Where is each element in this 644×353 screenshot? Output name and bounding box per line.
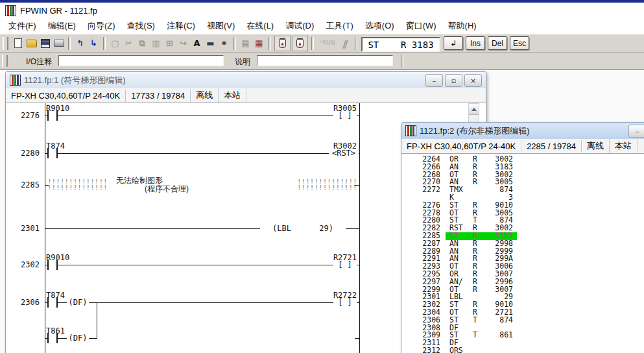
menu-item-debug[interactable]: 调试(D) [280,18,320,34]
instruction-row[interactable]: 2282RSTR3002 [409,225,644,232]
instruction-row[interactable]: 2268OTR3002 [409,171,644,179]
instruction-row[interactable]: 2291ANR299A [409,255,644,263]
station-status: 本站 [219,88,246,103]
menu-item-window[interactable]: 窗口(W) [400,18,442,34]
instruction-row[interactable]: 2276STR9010 [409,202,644,210]
ins-key-button[interactable]: Ins [466,36,485,50]
cut-button[interactable]: ✂ [122,36,136,51]
text-entry-button[interactable]: A [190,36,204,51]
menu-item-options[interactable]: 选项(O) [359,18,400,34]
insert-block-button[interactable]: ⊞ [163,36,176,51]
toolbar: ↰ ↳ ▢ ✂ ⧉ ▥ ⊞ ↪ A ▬ ⚭ ▦ ▦ [0,34,644,53]
step-run-button[interactable]: ∥ [336,36,354,51]
label-instruction[interactable]: (LBL 29) [260,224,346,233]
scroll-up-arrow-icon[interactable] [469,104,479,115]
branch-connector [97,302,97,339]
instruction-row[interactable]: 2312ORS [409,347,644,353]
instruction-row[interactable]: 2301LBL29 [409,293,644,301]
coil-device-label: R2722 [316,291,357,300]
ladder-wire [355,338,359,339]
menu-item-tools[interactable]: 工具(T) [320,18,359,34]
open-file-button[interactable] [25,36,38,51]
minimize-button[interactable]: – [425,74,443,87]
instruction-row[interactable]: 2309STT861 [409,332,644,339]
instruction-row[interactable]: 2289ANR2999 [409,248,644,256]
app-title: FPWIN GR - 1121.fp [20,6,97,16]
boolean-editor-window: 1121.fp:2 (布尔非梯形图编辑) – FP-XH C30,40,60T/… [401,122,644,353]
instruction-row[interactable]: 2280STT874 [409,217,644,225]
ladder-window-titlebar[interactable]: 1121.fp:1 (符号梯形图编辑) – ▫ × [6,72,486,88]
del-key-button[interactable]: Del [488,36,507,50]
instruction-row[interactable]: 2311DF [409,339,644,347]
instruction-row[interactable]: 2297AN/R2996 [409,278,644,286]
instruction-row[interactable]: 2308DF [409,324,644,332]
instruction-row[interactable]: 2264ORR3002 [409,156,644,164]
df-modifier[interactable]: (DF) [67,298,89,307]
instruction-row[interactable]: 2293OTR3006 [409,263,644,271]
minimize-button[interactable]: – [628,125,644,138]
df-modifier[interactable]: (DF) [67,334,89,343]
online-button[interactable] [274,36,291,51]
jump-button[interactable]: ↪ [176,36,190,51]
instruction-row[interactable]: 2270ANR3005 [409,178,644,186]
bar-divider [401,55,403,67]
pg-convert-up-button[interactable]: ↰ [73,36,87,51]
instruction-row[interactable]: 2299OTR3007 [409,286,644,294]
menu-item-online[interactable]: 在线(L) [241,18,280,34]
instruction-row[interactable]: 2295ORR3007 [409,271,644,278]
monitor-grid-button[interactable]: ▦ [239,36,252,51]
coil-device-label: R3005 [316,104,357,113]
ladder-wire [45,265,359,265]
menu-item-wizard[interactable]: 向导(Z) [82,18,121,34]
io-comment-input[interactable] [58,55,224,66]
instruction-row[interactable]: 2304OTR2721 [409,309,644,317]
menu-item-file[interactable]: 文件(F) [3,18,42,34]
toolbar-separator [311,37,314,50]
instruction-entry-field[interactable]: ST R 3183 [361,37,440,52]
run-mode-button[interactable]: *RUN [316,36,339,51]
boolean-window-titlebar[interactable]: 1121.fp:2 (布尔非梯形图编辑) – [401,123,644,139]
instruction-row[interactable]: 2306STT874 [409,317,644,324]
menu-item-edit[interactable]: 编辑(E) [42,18,82,34]
instruction-row[interactable]: 2278OTR3005 [409,210,644,217]
menu-item-view[interactable]: 视图(V) [201,18,241,34]
esc-key-button[interactable]: Esc [510,36,529,50]
copy-button[interactable]: ⧉ [136,36,149,51]
ladder-wire [45,116,359,116]
menu-item-help[interactable]: 帮助(H) [442,18,483,34]
menu-item-comment[interactable]: 注释(C) [161,18,201,34]
io-comment-bar: I/O注释 说明 [0,53,644,70]
comment-block-button[interactable]: ▬ [204,36,217,51]
new-file-button[interactable] [11,36,25,51]
window-controls: – ▫ × [425,74,482,87]
rung-number: 2280 [6,149,40,158]
mdi-workspace: 1121.fp:1 (符号梯形图编辑) – ▫ × FP-XH C30,40,6… [0,70,644,353]
offline-button[interactable] [292,36,308,51]
pg-convert-down-button[interactable]: ↳ [87,36,101,51]
menu-item-search[interactable]: 查找(S) [121,18,161,34]
enter-key-button[interactable]: ↲ [444,36,463,50]
instruction-row[interactable]: 2287ANR2998 [409,240,644,248]
menu-bar: 文件(F) 编辑(E) 向导(Z) 查找(S) 注释(C) 视图(V) 在线(L… [0,18,644,34]
toolbar-grip [3,37,8,50]
rung-number: 2306 [6,298,40,307]
restore-button[interactable]: ▫ [445,74,462,87]
select-range-button[interactable]: ▢ [108,36,122,51]
instruction-row[interactable]: 2272TMX874 [409,186,644,194]
error-marks-right: !!!!!!!!!!!!!! !!!!!!!!!!!!!! [297,179,357,191]
instruction-row[interactable]: K3 [409,194,644,202]
toolbar-separator [233,37,236,50]
description-input[interactable] [257,55,393,66]
instruction-row[interactable]: 2302STR9010 [409,301,644,309]
status-display-button[interactable]: ▦ [252,36,266,51]
instruction-list[interactable]: 2264ORR3002 2266ANR3183 2268OTR3002 2270… [401,154,644,353]
paste-button[interactable]: ▥ [149,36,163,51]
print-button[interactable] [52,36,66,51]
find-button[interactable]: ⚭ [217,36,231,51]
close-button[interactable]: × [464,74,482,87]
instruction-row[interactable]: 2266ANR3183 [409,164,644,171]
save-file-button[interactable] [38,36,52,51]
application-titlebar[interactable]: FPWIN GR - 1121.fp [0,3,644,18]
step-address: 2272 [409,186,440,194]
instruction-row[interactable]: 2285STR3183 [409,232,644,240]
